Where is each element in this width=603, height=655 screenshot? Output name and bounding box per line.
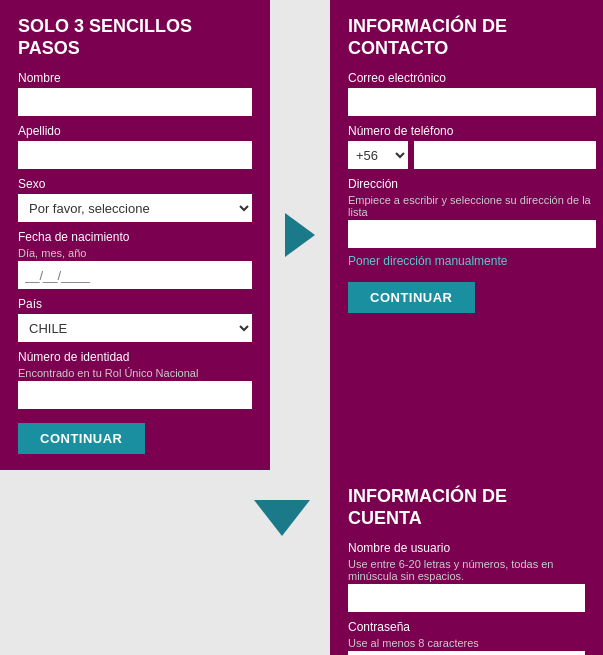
username-input[interactable]	[348, 584, 585, 612]
phone-row: +56	[348, 141, 596, 169]
password-wrapper: 👁	[348, 651, 585, 655]
step1-continuar-button[interactable]: CONTINUAR	[18, 423, 145, 454]
arrow-right-col	[270, 0, 330, 470]
arrow-right-icon	[285, 213, 315, 257]
correo-label: Correo electrónico	[348, 71, 596, 85]
pais-label: País	[18, 297, 252, 311]
step2-title: INFORMACIÓN DE CONTACTO	[348, 16, 596, 59]
identidad-label: Número de identidad	[18, 350, 252, 364]
username-hint: Use entre 6-20 letras y números, todas e…	[348, 558, 585, 582]
apellido-label: Apellido	[18, 124, 252, 138]
apellido-input[interactable]	[18, 141, 252, 169]
phone-number-input[interactable]	[414, 141, 596, 169]
fecha-input[interactable]	[18, 261, 252, 289]
step3-title: INFORMACIÓN DE CUENTA	[348, 486, 585, 529]
direccion-label: Dirección	[348, 177, 596, 191]
step2-panel: INFORMACIÓN DE CONTACTO Correo electróni…	[330, 0, 603, 470]
bottom-left-area	[0, 470, 330, 655]
step1-panel: SOLO 3 SENCILLOS PASOS Nombre Apellido S…	[0, 0, 270, 470]
password-input[interactable]	[348, 651, 585, 655]
identidad-hint: Encontrado en tu Rol Único Nacional	[18, 367, 252, 379]
fecha-hint: Día, mes, año	[18, 247, 252, 259]
telefono-label: Número de teléfono	[348, 124, 596, 138]
phone-prefix-select[interactable]: +56	[348, 141, 408, 169]
step2-continuar-button[interactable]: CONTINUAR	[348, 282, 475, 313]
pais-select[interactable]: CHILE	[18, 314, 252, 342]
password-hint: Use al menos 8 caracteres	[348, 637, 585, 649]
nombre-input[interactable]	[18, 88, 252, 116]
manual-address-link[interactable]: Poner dirección manualmente	[348, 254, 596, 268]
username-label: Nombre de usuario	[348, 541, 585, 555]
step3-panel: INFORMACIÓN DE CUENTA Nombre de usuario …	[330, 470, 603, 655]
direccion-hint: Empiece a escribir y seleccione su direc…	[348, 194, 596, 218]
nombre-label: Nombre	[18, 71, 252, 85]
step1-title: SOLO 3 SENCILLOS PASOS	[18, 16, 252, 59]
arrow-down-icon	[254, 500, 310, 536]
sexo-label: Sexo	[18, 177, 252, 191]
direccion-input[interactable]	[348, 220, 596, 248]
correo-input[interactable]	[348, 88, 596, 116]
password-label: Contraseña	[348, 620, 585, 634]
sexo-select[interactable]: Por favor, seleccione Masculino Femenino	[18, 194, 252, 222]
identidad-input[interactable]	[18, 381, 252, 409]
fecha-label: Fecha de nacimiento	[18, 230, 252, 244]
